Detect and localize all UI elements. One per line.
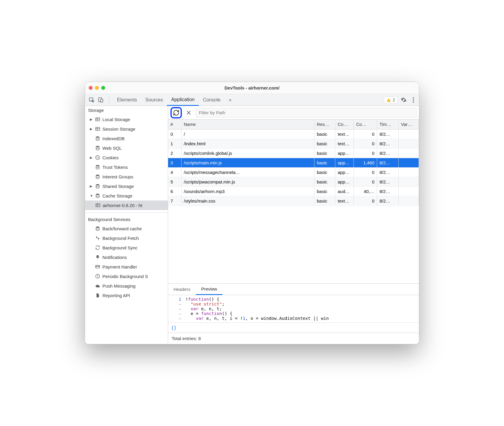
sidebar-item-indexeddb[interactable]: IndexedDB xyxy=(85,134,168,143)
close-window-button[interactable] xyxy=(89,86,93,90)
total-entries-label: Total entries: 8 xyxy=(172,336,201,341)
cell-res: basic xyxy=(314,196,335,206)
svg-point-11 xyxy=(96,146,99,147)
cell-var xyxy=(399,148,419,158)
sidebar-item-cache-storage[interactable]: ▼Cache Storage xyxy=(85,191,168,200)
svg-rect-2 xyxy=(101,99,103,102)
maximize-window-button[interactable] xyxy=(101,86,105,90)
svg-point-17 xyxy=(96,165,99,166)
cell-cl: 0 xyxy=(354,129,377,139)
cell-var xyxy=(399,129,419,139)
sidebar-item-session-storage[interactable]: ▶Session Storage xyxy=(85,124,168,134)
tab-elements[interactable]: Elements xyxy=(113,94,141,106)
table-row[interactable]: 1/index.htmlbasictext…08/2… xyxy=(168,139,419,148)
sidebar-item-local-storage[interactable]: ▶Local Storage xyxy=(85,115,168,124)
cell-ct: app… xyxy=(335,158,354,167)
clear-button[interactable] xyxy=(185,110,193,115)
inspect-element-icon[interactable] xyxy=(89,97,95,103)
separator xyxy=(109,97,109,103)
column-header[interactable]: Tim… xyxy=(377,120,399,129)
db-icon xyxy=(95,226,100,231)
svg-point-20 xyxy=(96,194,99,195)
cell-cl: 40,… xyxy=(354,186,377,196)
tab-console[interactable]: Console xyxy=(199,94,225,106)
table-row[interactable]: 2/scripts/comlink.global.jsbasicapp…08/2… xyxy=(168,148,419,158)
cell-n: 6 xyxy=(168,186,181,196)
tab-application[interactable]: Application xyxy=(167,94,199,106)
table-row[interactable]: 5/scripts/pwacompat.min.jsbasicapp…08/2… xyxy=(168,177,419,186)
detail-tab-preview[interactable]: Preview xyxy=(196,284,222,295)
sidebar-item-trust-tokens[interactable]: Trust Tokens xyxy=(85,162,168,172)
minimize-window-button[interactable] xyxy=(95,86,99,90)
sidebar-item-label: Local Storage xyxy=(102,117,130,122)
sync-icon xyxy=(95,245,100,250)
column-header[interactable]: # xyxy=(168,120,181,129)
pretty-print-icon: {} xyxy=(171,325,176,331)
cell-res: basic xyxy=(314,129,335,139)
column-header[interactable]: Res… xyxy=(314,120,335,129)
cookie-icon xyxy=(95,155,100,160)
more-menu-button[interactable] xyxy=(410,97,417,103)
sidebar-item-reporting-api[interactable]: Reporting API xyxy=(85,291,168,300)
sidebar-item-interest-groups[interactable]: Interest Groups xyxy=(85,172,168,181)
column-header[interactable]: Name xyxy=(181,120,314,129)
warning-badge[interactable]: 2 xyxy=(384,97,398,103)
cell-n: 7 xyxy=(168,196,181,206)
sidebar-item-airhorner-0-6-20-ht[interactable]: airhorner-0.6.20 - ht xyxy=(85,200,168,210)
refresh-button[interactable] xyxy=(170,107,182,118)
cell-name: /styles/main.css xyxy=(181,196,314,206)
cell-ct: app… xyxy=(335,148,354,158)
svg-rect-24 xyxy=(96,266,100,267)
cell-res: basic xyxy=(314,158,335,167)
sidebar-item-label: airhorner-0.6.20 - ht xyxy=(103,203,142,208)
table-row[interactable]: 4/scripts/messagechannela…basicapp…08/2… xyxy=(168,167,419,177)
svg-point-10 xyxy=(96,136,99,138)
sidebar-item-push-messaging[interactable]: Push Messaging xyxy=(85,281,168,291)
sidebar-item-payment-handler[interactable]: Payment Handler xyxy=(85,262,168,271)
sidebar-item-periodic-background-s[interactable]: Periodic Background S xyxy=(85,271,168,281)
sidebar-item-label: Notifications xyxy=(102,255,127,260)
cell-tim: 8/2… xyxy=(377,158,399,167)
cell-name: /scripts/pwacompat.min.js xyxy=(181,177,314,186)
cell-ct: app… xyxy=(335,167,354,177)
pretty-print-row[interactable]: {} xyxy=(168,322,419,333)
cell-tim: 8/2… xyxy=(377,139,399,148)
cell-tim: 8/2… xyxy=(377,186,399,196)
sidebar-item-background-fetch[interactable]: Background Fetch xyxy=(85,233,168,243)
column-header[interactable]: Co… xyxy=(354,120,377,129)
clock-icon xyxy=(95,274,100,279)
svg-point-16 xyxy=(98,158,99,158)
sidebar-item-background-sync[interactable]: Background Sync xyxy=(85,243,168,252)
cell-name: / xyxy=(181,129,314,139)
table-row[interactable]: 3/scripts/main.min.jsbasicapp…1,4608/2… xyxy=(168,158,419,167)
svg-point-13 xyxy=(97,157,97,157)
cell-name: /index.html xyxy=(181,139,314,148)
table-row[interactable]: 0/basictext…08/2… xyxy=(168,129,419,139)
cell-n: 3 xyxy=(168,158,181,167)
cell-ct: text… xyxy=(335,139,354,148)
cell-ct: app… xyxy=(335,177,354,186)
detail-tab-headers[interactable]: Headers xyxy=(168,284,196,295)
settings-button[interactable] xyxy=(398,97,410,103)
column-header[interactable]: Co… xyxy=(335,120,354,129)
table-row[interactable]: 6/sounds/airhorn.mp3basicaud…40,…8/2… xyxy=(168,186,419,196)
sidebar-item-label: Background Fetch xyxy=(102,236,139,241)
sidebar-item-cookies[interactable]: ▶Cookies xyxy=(85,153,168,162)
table-row[interactable]: 7/styles/main.cssbasictext…08/2… xyxy=(168,196,419,206)
sidebar-item-notifications[interactable]: Notifications xyxy=(85,252,168,262)
sidebar-item-back-forward-cache[interactable]: Back/forward cache xyxy=(85,224,168,233)
tab-sources[interactable]: Sources xyxy=(141,94,167,106)
chevron-right-icon: ▶ xyxy=(90,156,93,160)
cell-n: 5 xyxy=(168,177,181,186)
sidebar-item-shared-storage[interactable]: ▶Shared Storage xyxy=(85,181,168,191)
main-panel: #NameRes…Co…Co…Tim…Var… 0/basictext…08/2… xyxy=(168,106,419,344)
sidebar-group-storage: Storage xyxy=(85,106,168,115)
filter-input[interactable] xyxy=(196,108,417,118)
sidebar-item-label: Push Messaging xyxy=(102,283,136,288)
cell-ct: text… xyxy=(335,129,354,139)
column-header[interactable]: Var… xyxy=(399,120,419,129)
device-toggle-icon[interactable] xyxy=(98,97,104,103)
sidebar-item-web-sql[interactable]: Web SQL xyxy=(85,143,168,153)
sidebar-item-label: Back/forward cache xyxy=(102,226,142,231)
tab-overflow[interactable]: » xyxy=(225,94,236,106)
